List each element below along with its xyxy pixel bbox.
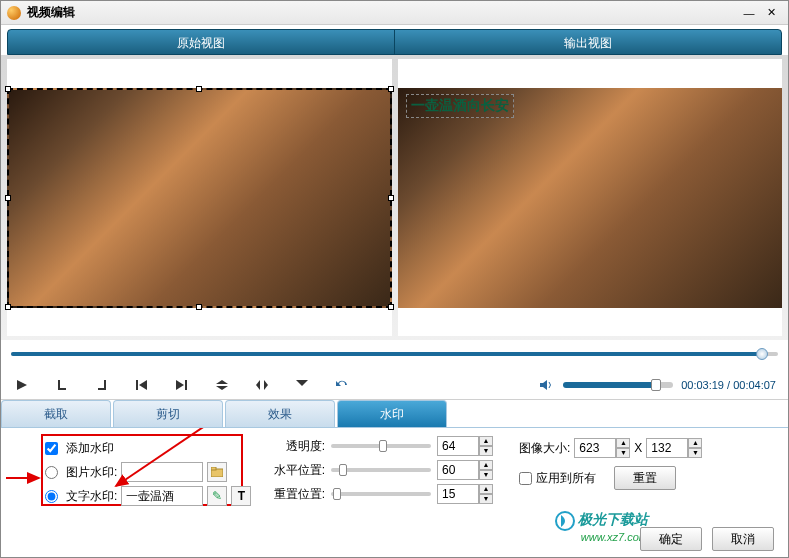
- flip-h-button[interactable]: [253, 377, 271, 393]
- volume-slider[interactable]: [563, 382, 673, 388]
- spin-up[interactable]: ▲: [479, 484, 493, 494]
- slider-thumb[interactable]: [379, 440, 387, 452]
- minimize-button[interactable]: —: [738, 5, 760, 21]
- reset-button[interactable]: 重置: [614, 466, 676, 490]
- v-position-label: 重置位置:: [269, 486, 325, 503]
- v-position-slider[interactable]: [331, 492, 431, 496]
- image-width-input[interactable]: [574, 438, 616, 458]
- cancel-button[interactable]: 取消: [712, 527, 774, 551]
- crop-handle[interactable]: [388, 304, 394, 310]
- h-position-slider[interactable]: [331, 468, 431, 472]
- spin-up[interactable]: ▲: [688, 438, 702, 448]
- flip-v-button[interactable]: [213, 377, 231, 393]
- svg-marker-14: [540, 380, 547, 390]
- playback-controls: 00:03:19 / 00:04:07: [1, 370, 788, 400]
- apply-all-checkbox[interactable]: [519, 472, 532, 485]
- spin-up[interactable]: ▲: [479, 460, 493, 470]
- image-size-label: 图像大小:: [519, 440, 570, 457]
- watermark-overlay[interactable]: 一壶温酒向长安: [406, 94, 514, 118]
- tab-watermark[interactable]: 水印: [337, 400, 447, 427]
- prev-frame-button[interactable]: [133, 377, 151, 393]
- volume-icon[interactable]: [537, 377, 555, 393]
- crop-handle[interactable]: [388, 195, 394, 201]
- svg-marker-11: [256, 380, 260, 390]
- spin-down[interactable]: ▼: [616, 448, 630, 458]
- original-preview[interactable]: [7, 59, 392, 336]
- image-height-input[interactable]: [646, 438, 688, 458]
- crop-handle[interactable]: [5, 195, 11, 201]
- x-label: X: [634, 441, 642, 455]
- dialog-buttons: 确定 取消: [640, 527, 774, 551]
- apply-all-label: 应用到所有: [536, 470, 596, 487]
- crop-handle[interactable]: [5, 86, 11, 92]
- slider-thumb[interactable]: [333, 488, 341, 500]
- svg-rect-16: [211, 467, 216, 470]
- ok-button[interactable]: 确定: [640, 527, 702, 551]
- slider-thumb[interactable]: [339, 464, 347, 476]
- svg-rect-5: [136, 380, 138, 390]
- undo-button[interactable]: [333, 377, 351, 393]
- font-color-button[interactable]: ✎: [207, 486, 227, 506]
- crop-handle[interactable]: [388, 86, 394, 92]
- text-watermark-input[interactable]: [121, 486, 203, 506]
- time-display: 00:03:19 / 00:04:07: [681, 379, 776, 391]
- svg-marker-6: [139, 380, 147, 390]
- tab-crop[interactable]: 截取: [1, 400, 111, 427]
- svg-rect-8: [185, 380, 187, 390]
- add-watermark-checkbox[interactable]: [45, 442, 58, 455]
- image-watermark-label: 图片水印:: [66, 464, 117, 481]
- v-position-input[interactable]: [437, 484, 479, 504]
- svg-marker-9: [216, 380, 228, 384]
- crop-handle[interactable]: [196, 86, 202, 92]
- h-position-input[interactable]: [437, 460, 479, 480]
- close-button[interactable]: ✕: [760, 5, 782, 21]
- title-bar: 视频编辑 — ✕: [1, 1, 788, 25]
- svg-marker-12: [264, 380, 268, 390]
- svg-marker-13: [296, 380, 308, 386]
- tabs-row: 截取 剪切 效果 水印: [1, 400, 788, 428]
- crop-handle[interactable]: [196, 304, 202, 310]
- branding: 极光下载站 www.xz7.com: [555, 511, 648, 543]
- rotate-left-button[interactable]: [293, 377, 311, 393]
- branding-logo-icon: [555, 511, 575, 531]
- svg-marker-7: [176, 380, 184, 390]
- spin-up[interactable]: ▲: [479, 436, 493, 446]
- text-watermark-radio[interactable]: [45, 490, 58, 503]
- svg-marker-0: [17, 380, 27, 390]
- spin-up[interactable]: ▲: [616, 438, 630, 448]
- spin-down[interactable]: ▼: [688, 448, 702, 458]
- preview-area: 一壶温酒向长安: [1, 55, 788, 340]
- next-frame-button[interactable]: [173, 377, 191, 393]
- timeline-thumb[interactable]: [756, 348, 768, 360]
- mark-in-button[interactable]: [53, 377, 71, 393]
- text-watermark-label: 文字水印:: [66, 488, 117, 505]
- svg-rect-4: [98, 388, 106, 390]
- spin-down[interactable]: ▼: [479, 494, 493, 504]
- original-video-frame[interactable]: [7, 88, 392, 308]
- output-preview[interactable]: 一壶温酒向长安: [398, 59, 783, 336]
- svg-marker-10: [216, 386, 228, 390]
- play-button[interactable]: [13, 377, 31, 393]
- add-watermark-label: 添加水印: [66, 440, 114, 457]
- tab-cut[interactable]: 剪切: [113, 400, 223, 427]
- mark-out-button[interactable]: [93, 377, 111, 393]
- crop-handle[interactable]: [5, 304, 11, 310]
- spin-down[interactable]: ▼: [479, 446, 493, 456]
- image-watermark-path-input[interactable]: [121, 462, 203, 482]
- browse-image-button[interactable]: [207, 462, 227, 482]
- timeline[interactable]: [11, 346, 778, 364]
- font-style-button[interactable]: T: [231, 486, 251, 506]
- tab-effect[interactable]: 效果: [225, 400, 335, 427]
- header-original: 原始视图: [8, 30, 395, 54]
- transparency-label: 透明度:: [269, 438, 325, 455]
- transparency-slider[interactable]: [331, 444, 431, 448]
- transparency-input[interactable]: [437, 436, 479, 456]
- image-watermark-radio[interactable]: [45, 466, 58, 479]
- app-icon: [7, 6, 21, 20]
- output-video-frame: 一壶温酒向长安: [398, 88, 783, 308]
- volume-thumb[interactable]: [651, 379, 661, 391]
- window-title: 视频编辑: [27, 4, 738, 21]
- spin-down[interactable]: ▼: [479, 470, 493, 480]
- svg-rect-2: [58, 388, 66, 390]
- h-position-label: 水平位置:: [269, 462, 325, 479]
